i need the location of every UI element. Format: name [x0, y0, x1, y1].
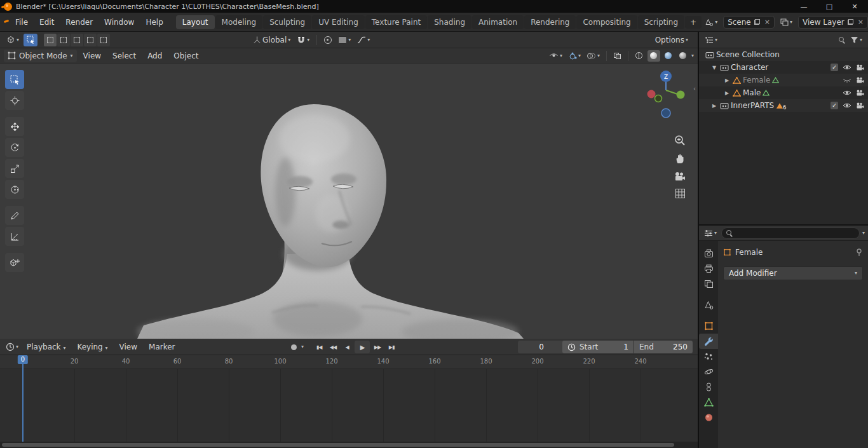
disclosure-closed-icon[interactable]: ▶: [723, 78, 731, 83]
timeline-menu-playback[interactable]: Playback ▾: [22, 341, 71, 353]
workspace-tab-sculpting[interactable]: Sculpting: [263, 15, 311, 29]
viewport-menu-select[interactable]: Select: [107, 50, 141, 62]
start-frame-field[interactable]: Start 1: [562, 341, 634, 353]
scene-browse-button[interactable]: ▾: [703, 17, 719, 27]
pan-button[interactable]: [675, 153, 686, 165]
unlink-scene-icon[interactable]: ×: [764, 18, 770, 26]
select-mode-invert[interactable]: [84, 34, 97, 46]
next-keyframe-button[interactable]: ▶▶: [371, 341, 384, 353]
disable-render-camera-icon[interactable]: [856, 77, 864, 83]
select-mode-subtract[interactable]: [71, 34, 83, 46]
tab-physics[interactable]: [699, 364, 718, 379]
timeline-menu-view[interactable]: View: [114, 341, 142, 353]
workspace-tab-modeling[interactable]: Modeling: [215, 15, 263, 29]
auto-keying-toggle[interactable]: [287, 341, 300, 353]
camera-view-button[interactable]: [674, 172, 686, 181]
viewport-menu-object[interactable]: Object: [168, 50, 203, 62]
maximize-button[interactable]: □: [825, 3, 834, 11]
proportional-falloff-dropdown[interactable]: ▾: [336, 35, 353, 45]
viewport-canvas[interactable]: Z ‹: [0, 64, 697, 339]
tab-scene[interactable]: [699, 297, 718, 313]
object-visibility-dropdown[interactable]: ▾: [547, 51, 564, 60]
proportional-editing-button[interactable]: [322, 35, 334, 45]
workspace-tab-animation[interactable]: Animation: [472, 15, 524, 29]
properties-editor-button[interactable]: ▾: [702, 228, 719, 238]
add-modifier-dropdown[interactable]: Add Modifier ▾: [723, 266, 863, 280]
menu-window[interactable]: Window: [99, 16, 139, 29]
tab-view-layer[interactable]: [699, 276, 718, 292]
eye-closed-icon[interactable]: [843, 77, 851, 83]
disclosure-open-icon[interactable]: ▼: [710, 65, 718, 71]
tab-output[interactable]: [699, 261, 718, 276]
shading-material-button[interactable]: [662, 50, 675, 62]
outliner-filter-button[interactable]: ▾: [848, 35, 864, 45]
tab-constraints[interactable]: [699, 379, 718, 395]
menu-help[interactable]: Help: [140, 16, 168, 29]
timeline-menu-marker[interactable]: Marker: [144, 341, 180, 353]
menu-file[interactable]: File: [10, 16, 33, 29]
gizmo-x-axis[interactable]: [648, 90, 656, 98]
new-scene-icon[interactable]: [754, 19, 760, 25]
transform-orientation-dropdown[interactable]: Global ▾: [251, 34, 292, 46]
timeline-editor-button[interactable]: ▾: [4, 341, 20, 353]
tab-modifiers[interactable]: [699, 334, 718, 349]
tool-transform[interactable]: [5, 180, 24, 199]
scrollbar-thumb[interactable]: [2, 443, 674, 447]
options-dropdown[interactable]: Options ▾: [653, 34, 690, 46]
gizmos-dropdown[interactable]: ▾: [566, 51, 583, 61]
playhead[interactable]: [22, 364, 24, 442]
mode-selector[interactable]: Object Mode ▾: [4, 50, 77, 62]
viewlayer-browse-button[interactable]: ▾: [778, 17, 794, 27]
timeline-menu-keying[interactable]: Keying ▾: [72, 341, 112, 353]
tool-rotate[interactable]: [5, 138, 24, 157]
play-reverse-button[interactable]: ◀: [341, 341, 353, 353]
hide-eye-icon[interactable]: [843, 64, 851, 71]
remove-view-layer-icon[interactable]: ×: [858, 18, 864, 26]
playhead-frame-label[interactable]: 0: [18, 355, 28, 364]
gizmo-neg-z-axis[interactable]: [661, 109, 670, 118]
disclosure-closed-icon[interactable]: ▶: [710, 103, 718, 109]
shading-rendered-button[interactable]: [677, 50, 689, 62]
viewport-menu-add[interactable]: Add: [142, 50, 167, 62]
disable-render-camera-icon[interactable]: [856, 64, 864, 71]
workspace-tab-texture-paint[interactable]: Texture Paint: [365, 15, 427, 29]
outliner-editor-button[interactable]: ▾: [703, 35, 719, 45]
workspace-tab-scripting[interactable]: Scripting: [638, 15, 684, 29]
disclosure-closed-icon[interactable]: ▶: [723, 90, 731, 96]
outliner-search-icon[interactable]: [838, 36, 846, 44]
navigation-gizmo[interactable]: Z: [644, 69, 688, 123]
active-tool-button[interactable]: [24, 34, 37, 46]
shading-wireframe-button[interactable]: [633, 50, 646, 62]
gizmo-y-axis[interactable]: [677, 91, 685, 99]
jump-to-end-button[interactable]: ▶▮: [385, 341, 398, 353]
outliner-row-male[interactable]: ▶ Male: [699, 86, 868, 99]
workspace-tab-compositing[interactable]: Compositing: [576, 15, 637, 29]
xray-toggle[interactable]: [611, 51, 623, 61]
toggle-ortho-button[interactable]: [675, 188, 686, 199]
tool-box-select[interactable]: [5, 70, 24, 89]
disable-render-camera-icon[interactable]: [856, 102, 864, 109]
jump-to-start-button[interactable]: ▮◀: [313, 341, 325, 353]
hide-eye-icon[interactable]: [843, 90, 851, 96]
tool-cursor[interactable]: [5, 91, 24, 110]
zoom-button[interactable]: [674, 135, 686, 146]
timeline-scrollbar[interactable]: [0, 442, 698, 448]
shading-solid-button[interactable]: [648, 50, 660, 62]
select-mode-new[interactable]: [44, 34, 57, 46]
tool-annotate[interactable]: [5, 206, 24, 225]
play-button[interactable]: ▶: [355, 341, 370, 353]
tool-add-cube[interactable]: [5, 253, 24, 272]
select-mode-extend[interactable]: [57, 34, 70, 46]
outliner-row-scene-collection[interactable]: Scene Collection: [699, 48, 868, 61]
outliner-row-female[interactable]: ▶ Female: [699, 74, 868, 86]
select-mode-intersect[interactable]: [97, 34, 110, 46]
workspace-tab-rendering[interactable]: Rendering: [524, 15, 576, 29]
current-frame-field[interactable]: 0: [518, 341, 565, 353]
hide-eye-icon[interactable]: [843, 102, 851, 109]
tab-object-data[interactable]: [699, 395, 718, 410]
tool-scale[interactable]: [5, 159, 24, 178]
region-collapse-arrow[interactable]: ‹: [693, 85, 696, 92]
gizmo-neg-y-axis[interactable]: [655, 95, 662, 102]
overlays-dropdown[interactable]: ▾: [585, 51, 602, 61]
disable-render-camera-icon[interactable]: [856, 90, 864, 96]
